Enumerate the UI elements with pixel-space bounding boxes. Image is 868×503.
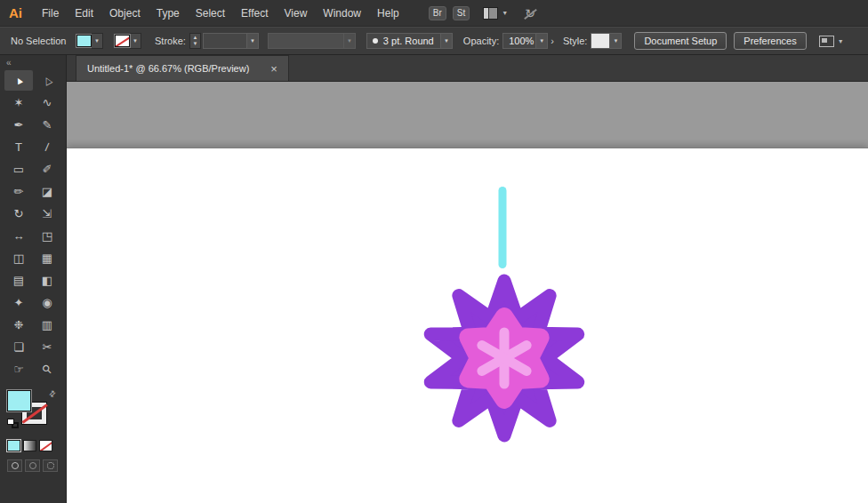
chevron-down-icon: ▼	[838, 38, 844, 44]
menu-object[interactable]: Object	[101, 7, 149, 20]
hand-tool-icon: ☞	[13, 363, 24, 375]
stroke-color-control[interactable]: ▼	[115, 33, 141, 49]
slice-tool[interactable]: ✂	[33, 337, 61, 357]
paintbrush-tool-icon: ✐	[43, 164, 52, 175]
app-logo[interactable]: Ai	[0, 5, 34, 20]
menu-select[interactable]: Select	[188, 7, 233, 20]
collapse-panel-icon[interactable]: «	[0, 55, 66, 68]
menu-view[interactable]: View	[277, 7, 316, 20]
document-tab[interactable]: Untitled-1* @ 66.67% (RGB/Preview) ×	[76, 55, 289, 81]
paintbrush-tool[interactable]: ✐	[33, 159, 61, 180]
column-graph-tool[interactable]: ▥	[33, 315, 61, 335]
style-select[interactable]: ▼	[591, 33, 622, 49]
brush-definition-value[interactable]: 3 pt. Round	[366, 33, 441, 49]
cc-sync-icon[interactable]: ↻	[525, 7, 535, 20]
menu-help[interactable]: Help	[369, 7, 407, 20]
stroke-label[interactable]: Stroke:	[155, 36, 186, 46]
rotate-tool[interactable]: ↻	[4, 204, 33, 224]
curvature-tool[interactable]: ✎	[33, 115, 61, 135]
opacity-label[interactable]: Opacity:	[463, 36, 499, 46]
stroke-width-value[interactable]	[203, 33, 247, 49]
eraser-tool[interactable]: ◪	[33, 181, 61, 202]
line-segment-tool[interactable]: /	[33, 137, 61, 157]
tool-grid: ▲△✶∿✒✎T/▭✐✏◪↻⇲↔◳◫▦▤◧✦◉❉▥❏✂☞⚲	[0, 70, 66, 379]
symbol-sprayer-tool[interactable]: ❉	[4, 315, 33, 335]
swap-fill-stroke-icon[interactable]: ⇄	[47, 388, 58, 399]
menu-edit[interactable]: Edit	[67, 7, 101, 20]
scale-tool[interactable]: ⇲	[33, 204, 61, 224]
document-tab-title: Untitled-1* @ 66.67% (RGB/Preview)	[87, 63, 249, 74]
rotate-tool-icon: ↻	[14, 208, 24, 220]
sparkler-artwork[interactable]	[67, 82, 868, 503]
document-setup-button[interactable]: Document Setup	[634, 32, 727, 50]
zoom-tool-icon: ⚲	[40, 363, 54, 377]
rectangle-tool[interactable]: ▭	[4, 159, 33, 180]
chevron-down-icon[interactable]: ▼	[610, 33, 622, 49]
pen-tool[interactable]: ✒	[4, 115, 33, 135]
none-button[interactable]	[39, 440, 52, 451]
align-options-button[interactable]: ▼	[819, 36, 844, 47]
type-tool-icon: T	[15, 141, 22, 153]
fill-color-box[interactable]	[7, 390, 31, 411]
stroke-width-select[interactable]: ▼	[203, 33, 259, 49]
default-fill-square	[7, 419, 14, 425]
stroke-dropdown-chevron-icon[interactable]: ▼	[130, 33, 141, 49]
perspective-grid-tool[interactable]: ▦	[33, 248, 61, 268]
gradient-tool[interactable]: ◧	[33, 270, 61, 291]
free-transform-tool-icon: ◳	[42, 230, 52, 242]
color-button[interactable]	[7, 440, 20, 451]
menu-window[interactable]: Window	[315, 7, 369, 20]
selection-tool-icon: ▲	[12, 74, 26, 87]
eyedropper-tool[interactable]: ✦	[4, 292, 33, 313]
chevron-down-icon[interactable]: ▼	[247, 33, 259, 49]
shape-builder-tool-icon: ◫	[13, 252, 24, 264]
stroke-width-stepper[interactable]: ▲▼	[189, 33, 201, 49]
draw-behind-button[interactable]	[25, 459, 40, 472]
free-transform-tool[interactable]: ◳	[33, 226, 61, 246]
symbol-sprayer-tool-icon: ❉	[14, 319, 24, 331]
stock-button[interactable]: St	[453, 6, 470, 20]
width-tool[interactable]: ↔	[4, 226, 33, 246]
default-fill-stroke-icon[interactable]	[7, 419, 20, 430]
close-tab-icon[interactable]: ×	[270, 63, 277, 75]
width-profile-select: ▼	[268, 33, 356, 49]
opacity-control[interactable]: 100% ▼	[502, 33, 548, 49]
pencil-tool[interactable]: ✏	[4, 181, 33, 202]
type-tool[interactable]: T	[4, 137, 33, 157]
chevron-down-icon[interactable]: ▼	[441, 33, 453, 49]
hand-tool[interactable]: ☞	[4, 359, 33, 379]
lasso-tool[interactable]: ∿	[33, 92, 61, 113]
blend-tool-icon: ◉	[42, 297, 52, 308]
opacity-input[interactable]: 100%	[502, 33, 536, 49]
mesh-tool[interactable]: ▤	[4, 270, 33, 291]
direct-selection-tool[interactable]: △	[33, 70, 61, 91]
line-segment-tool-icon: /	[44, 141, 49, 153]
zoom-tool[interactable]: ⚲	[33, 359, 61, 379]
canvas-area[interactable]	[67, 82, 868, 503]
artboard-tool[interactable]: ❏	[4, 337, 33, 357]
chevron-down-icon[interactable]: ▼	[536, 33, 548, 49]
style-swatch[interactable]	[591, 33, 610, 49]
draw-inside-button[interactable]	[43, 459, 58, 472]
sparkler-stick[interactable]	[499, 187, 507, 268]
preferences-button[interactable]: Preferences	[734, 32, 806, 50]
brush-definition-select[interactable]: 3 pt. Round ▼	[366, 33, 453, 49]
workspace-switcher[interactable]: ▼	[483, 7, 508, 20]
blend-tool[interactable]: ◉	[33, 292, 61, 313]
menu-type[interactable]: Type	[149, 7, 188, 20]
fill-dropdown-chevron-icon[interactable]: ▼	[92, 33, 103, 49]
bridge-button[interactable]: Br	[429, 6, 446, 20]
gradient-button[interactable]	[23, 440, 36, 451]
opacity-panel-arrow-icon[interactable]: ›	[551, 36, 554, 46]
menu-file[interactable]: File	[34, 7, 67, 20]
draw-normal-button[interactable]	[7, 459, 22, 472]
fill-color-control[interactable]: ▼	[76, 33, 103, 49]
chevron-down-icon: ▼	[344, 33, 356, 49]
fill-swatch[interactable]	[76, 35, 92, 47]
stroke-swatch[interactable]	[115, 35, 130, 47]
shape-builder-tool[interactable]: ◫	[4, 248, 33, 268]
selection-tool[interactable]: ▲	[4, 70, 33, 91]
style-label[interactable]: Style:	[563, 36, 588, 46]
menu-effect[interactable]: Effect	[233, 7, 276, 20]
magic-wand-tool[interactable]: ✶	[4, 92, 33, 113]
